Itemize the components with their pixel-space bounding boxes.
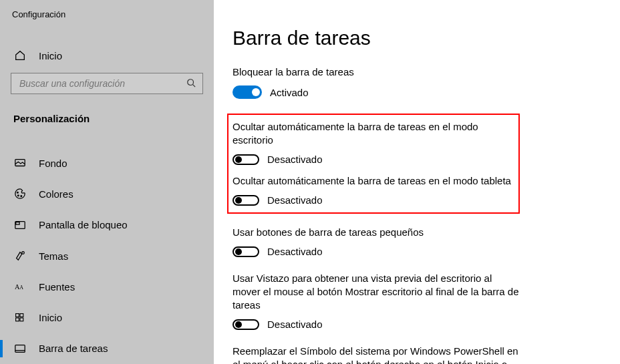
background-icon <box>13 156 27 170</box>
toggle-state-label: Desactivado <box>267 246 323 257</box>
setting-label: Ocultar automáticamente la barra de tare… <box>232 174 512 188</box>
toggle-peek[interactable] <box>232 319 259 330</box>
svg-rect-11 <box>16 313 19 317</box>
svg-rect-13 <box>16 318 19 321</box>
sidebar-item-lockscreen[interactable]: Pantalla de bloqueo <box>0 210 214 240</box>
toggle-state-label: Desactivado <box>267 194 323 206</box>
svg-rect-6 <box>15 221 25 228</box>
svg-point-5 <box>21 196 22 197</box>
sidebar-item-taskbar[interactable]: Barra de tareas <box>0 333 214 364</box>
svg-point-8 <box>22 252 25 254</box>
svg-line-1 <box>193 85 196 87</box>
taskbar-icon <box>13 342 27 355</box>
toggle-lock-taskbar[interactable] <box>232 85 262 99</box>
sidebar-item-fondo[interactable]: Fondo <box>0 148 214 178</box>
setting-powershell: Reemplazar el Símbolo del sistema por Wi… <box>232 345 520 364</box>
svg-rect-14 <box>20 318 23 321</box>
svg-rect-7 <box>16 222 19 224</box>
svg-point-4 <box>17 195 19 196</box>
sidebar-item-fuentes[interactable]: A A Fuentes <box>0 271 214 302</box>
home-icon <box>13 49 27 62</box>
toggle-hide-tablet[interactable] <box>232 195 259 206</box>
toggle-small-buttons[interactable] <box>232 246 259 257</box>
svg-point-3 <box>17 192 19 194</box>
setting-label: Reemplazar el Símbolo del sistema por Wi… <box>232 345 520 364</box>
sidebar-item-label: Fuentes <box>39 281 75 293</box>
setting-label: Ocultar automáticamente la barra de tare… <box>232 120 512 147</box>
lockscreen-icon <box>13 218 27 232</box>
sidebar-item-label: Inicio <box>39 312 62 323</box>
app-title: Configuración <box>0 7 214 19</box>
highlight-box: Ocultar automáticamente la barra de tare… <box>227 114 520 214</box>
colors-icon <box>13 187 27 200</box>
sidebar-item-label: Barra de tareas <box>39 343 108 354</box>
fonts-icon: A A <box>13 280 27 293</box>
themes-icon <box>13 249 27 262</box>
main-content: Barra de tareas Bloquear la barra de tar… <box>214 0 620 364</box>
page-title: Barra de tareas <box>232 27 604 49</box>
svg-text:A: A <box>19 285 23 291</box>
toggle-state-label: Desactivado <box>267 154 323 165</box>
toggle-state-label: Activado <box>270 87 309 98</box>
search-box[interactable] <box>11 73 203 94</box>
setting-lock-taskbar: Bloquear la barra de tareas Activado <box>232 65 520 99</box>
search-input[interactable] <box>19 78 186 89</box>
sidebar-item-inicio[interactable]: Inicio <box>0 302 214 333</box>
home-nav[interactable]: Inicio <box>0 42 214 69</box>
setting-peek: Usar Vistazo para obtener una vista prev… <box>232 272 520 330</box>
setting-hide-desktop: Ocultar automáticamente la barra de tare… <box>232 120 512 165</box>
sidebar-item-label: Fondo <box>39 158 67 169</box>
sidebar-item-label: Colores <box>39 188 73 200</box>
setting-label: Usar Vistazo para obtener una vista prev… <box>232 272 520 312</box>
setting-label: Usar botones de barra de tareas pequeños <box>232 226 520 239</box>
sidebar-item-temas[interactable]: Temas <box>0 240 214 271</box>
start-icon <box>13 311 27 325</box>
svg-point-0 <box>188 79 194 85</box>
home-label: Inicio <box>39 50 62 61</box>
svg-rect-12 <box>20 313 23 317</box>
toggle-hide-desktop[interactable] <box>232 154 259 165</box>
svg-rect-15 <box>15 345 25 352</box>
sidebar-item-colores[interactable]: Colores <box>0 178 214 209</box>
section-header: Personalización <box>0 101 214 134</box>
setting-hide-tablet: Ocultar automáticamente la barra de tare… <box>232 174 512 206</box>
sidebar-item-label: Temas <box>39 250 68 262</box>
sidebar-item-label: Pantalla de bloqueo <box>39 219 128 230</box>
toggle-state-label: Desactivado <box>267 319 323 330</box>
sidebar: Configuración Inicio Personalización <box>0 0 214 364</box>
setting-label: Bloquear la barra de tareas <box>232 65 520 79</box>
setting-small-buttons: Usar botones de barra de tareas pequeños… <box>232 226 520 257</box>
search-icon <box>186 78 197 89</box>
